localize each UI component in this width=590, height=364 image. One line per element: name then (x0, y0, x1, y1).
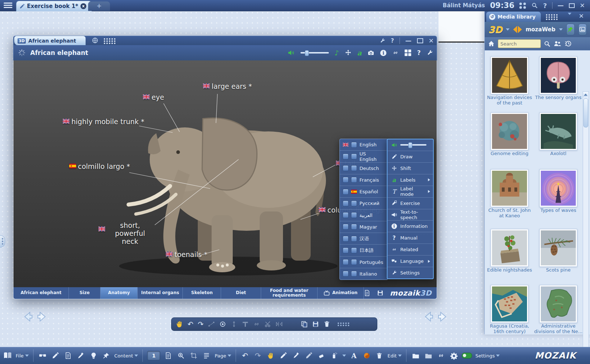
language-option-english[interactable]: English (340, 139, 387, 151)
collapse-arrow-icon[interactable] (568, 15, 571, 22)
help-icon[interactable]: ? (543, 2, 547, 9)
redo-icon[interactable]: ↷ (253, 351, 263, 360)
text-tool-icon[interactable]: A (349, 351, 359, 360)
switch-source-icon[interactable] (513, 26, 522, 33)
media-scrollbar[interactable] (583, 91, 589, 364)
language-option-italiano[interactable]: Italiano (340, 268, 387, 280)
zoom-icon[interactable] (176, 351, 186, 360)
language-option-portugues[interactable]: Português (340, 257, 387, 268)
close-tab-icon[interactable]: x (80, 3, 86, 9)
checkbox[interactable] (343, 259, 349, 265)
duplicate-icon[interactable] (301, 321, 308, 328)
music-icon[interactable]: ♪ (335, 49, 339, 57)
menu-item-shift[interactable]: Shift (388, 163, 433, 174)
notes-icon[interactable] (63, 351, 73, 360)
media-item[interactable] (539, 229, 577, 267)
menu-item-related[interactable]: Related (388, 244, 433, 256)
language-option-japanese[interactable]: 日本語 (340, 245, 387, 256)
labels-icon[interactable]: a (357, 49, 362, 57)
color-wheel-icon[interactable] (362, 351, 371, 360)
window-minimize-button[interactable]: — (405, 37, 412, 44)
list-icon[interactable] (202, 351, 211, 360)
volume-slider[interactable] (300, 52, 329, 54)
next-page-arrow-icon[interactable] (436, 310, 449, 323)
settings-menu[interactable]: Settings (475, 353, 500, 359)
eraser-icon[interactable] (317, 351, 326, 360)
folder-open-icon[interactable] (411, 351, 420, 360)
media-library-tab[interactable]: ↺ Media library (486, 12, 541, 22)
checkbox[interactable] (343, 236, 349, 242)
media-item-caption[interactable]: Types of waves (533, 208, 584, 213)
dropdown-arrow-icon[interactable] (559, 28, 563, 31)
t-square-icon[interactable] (242, 321, 249, 328)
search-input[interactable] (498, 39, 541, 48)
home-icon[interactable] (488, 40, 495, 47)
lamp-icon[interactable] (89, 351, 98, 360)
tools-icon[interactable] (379, 38, 385, 44)
model-label[interactable]: colmillo largo * (69, 162, 130, 170)
speaker-icon[interactable] (287, 49, 295, 56)
window-tab[interactable]: 3D African elephant (14, 36, 86, 46)
window-maximize-button[interactable] (417, 38, 423, 43)
wrench-icon[interactable] (426, 50, 433, 56)
gear-icon[interactable] (449, 351, 459, 360)
link-icon[interactable] (392, 50, 399, 56)
draw-tools-icon[interactable] (51, 351, 60, 360)
media-item-caption[interactable]: The sensory organs (533, 95, 584, 100)
trash-icon[interactable] (323, 321, 330, 328)
page-flag-icon[interactable] (164, 351, 173, 360)
toggle-switch[interactable] (462, 353, 472, 359)
tab-diet[interactable]: Diet (221, 287, 261, 299)
media-item[interactable] (491, 169, 528, 207)
checkbox[interactable] (351, 212, 357, 218)
media-item[interactable] (539, 56, 577, 94)
volume-slider[interactable] (400, 144, 426, 146)
more-tools-arrow-icon[interactable] (342, 355, 346, 357)
hand-tool-icon[interactable] (266, 351, 275, 360)
language-option-magyar[interactable]: Magyar (340, 221, 387, 233)
hand-tool-icon[interactable] (175, 320, 183, 328)
media-item-caption[interactable]: Church of St. John at Kaneo (484, 208, 535, 219)
media-item-caption[interactable]: Scots pine (533, 268, 584, 273)
prev-page-arrow-icon[interactable] (21, 310, 34, 323)
media-item[interactable] (539, 285, 577, 323)
page-menu[interactable]: Page (215, 353, 231, 359)
language-option-chinese[interactable]: 汉语 (340, 233, 387, 245)
close-button[interactable]: ✕ (580, 2, 585, 9)
checkbox[interactable] (351, 154, 357, 159)
file-menu[interactable]: File (16, 353, 29, 359)
menu-item-label-mode[interactable]: T Label mode (388, 186, 433, 198)
content-menu[interactable]: Content (114, 353, 138, 359)
media-item-caption[interactable]: Edible nightshades (484, 268, 535, 273)
point-connector-icon[interactable] (208, 321, 215, 328)
pen-tool-icon[interactable] (304, 351, 314, 360)
checkbox[interactable] (343, 165, 349, 171)
menu-item-information[interactable]: i Information (388, 221, 433, 232)
next-page-arrow-icon[interactable] (36, 310, 49, 323)
media-item-caption[interactable]: Genome editing (484, 151, 535, 157)
restore-button[interactable] (569, 3, 575, 8)
window-close-button[interactable]: ✕ (429, 37, 434, 44)
minimize-button[interactable]: — (558, 2, 564, 9)
tab-food-and-water[interactable]: Food and water requirements (261, 287, 318, 299)
media-item-caption[interactable]: Navigation devices of the past (484, 95, 535, 106)
spray-icon[interactable] (330, 351, 339, 360)
menu-item-settings[interactable]: Settings (388, 267, 433, 278)
tab-internal-organs[interactable]: Internal organs (138, 287, 183, 299)
checkbox[interactable] (351, 224, 357, 230)
scroll-up-button[interactable] (583, 92, 588, 97)
media-item[interactable] (491, 285, 528, 323)
pin-button[interactable] (566, 24, 575, 35)
apps-grid-icon[interactable] (519, 3, 526, 9)
layout-grid-icon[interactable] (405, 50, 411, 56)
media-item-caption[interactable]: Axolotl (533, 151, 584, 157)
checkbox[interactable] (343, 212, 349, 218)
scissors-icon[interactable] (264, 321, 271, 328)
checkbox[interactable] (343, 177, 349, 183)
side-panel-handle[interactable] (0, 235, 5, 248)
media-item[interactable] (539, 169, 577, 207)
model-label[interactable]: short, powerful neck (98, 221, 153, 245)
menu-item-exercise[interactable]: Exercise (388, 198, 433, 209)
media-item[interactable] (491, 112, 528, 150)
checkbox[interactable] (343, 248, 349, 253)
